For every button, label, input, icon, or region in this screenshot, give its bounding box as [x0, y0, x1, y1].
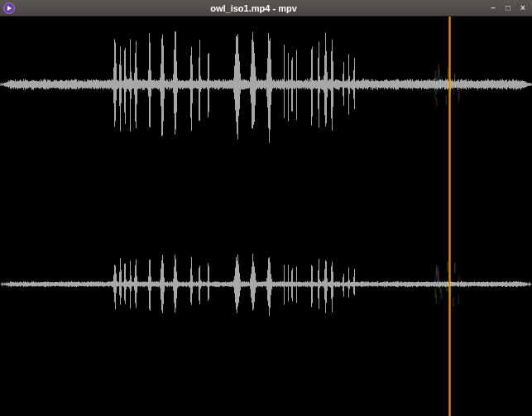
close-button[interactable]: ×	[517, 2, 529, 14]
waveform-view[interactable]	[0, 17, 532, 416]
app-window: owl_iso1.mp4 - mpv – □ ×	[0, 0, 532, 416]
window-controls: – □ ×	[487, 2, 529, 14]
waveform-canvas	[0, 17, 532, 416]
mpv-play-icon	[3, 2, 15, 14]
titlebar[interactable]: owl_iso1.mp4 - mpv – □ ×	[0, 0, 532, 17]
minimize-button[interactable]: –	[487, 2, 499, 14]
maximize-button[interactable]: □	[502, 2, 514, 14]
window-title: owl_iso1.mp4 - mpv	[20, 3, 487, 13]
